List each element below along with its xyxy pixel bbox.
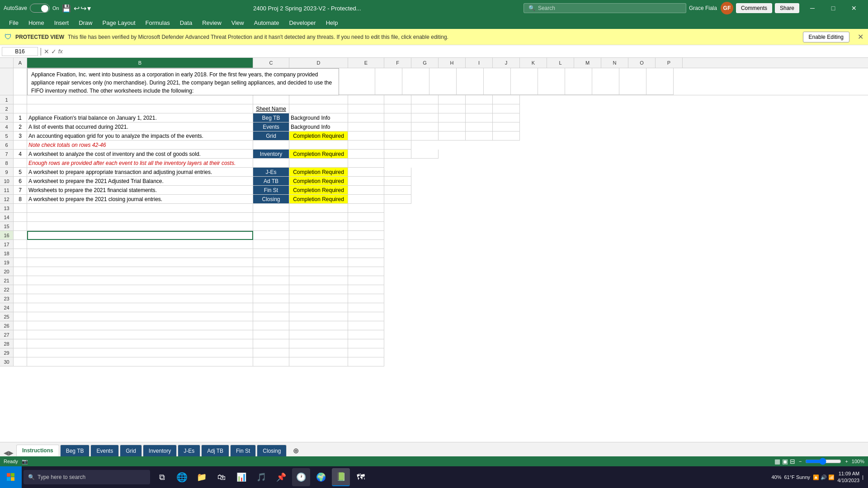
cell-a27[interactable] — [14, 330, 27, 339]
cell-f5[interactable] — [384, 131, 411, 141]
add-sheet-button[interactable]: ⊕ — [288, 445, 304, 456]
cell-d30[interactable] — [289, 357, 348, 366]
cell-c22[interactable] — [253, 285, 289, 294]
cell-a23[interactable] — [14, 294, 27, 303]
zoom-in-icon[interactable]: + — [845, 459, 848, 464]
cell-i3[interactable] — [466, 113, 493, 122]
cell-d9[interactable]: Completion Required — [289, 168, 348, 177]
search-box[interactable]: 🔍 — [524, 3, 686, 13]
insert-function-icon[interactable]: fx — [58, 48, 63, 55]
cell-e8[interactable] — [348, 159, 384, 168]
cell-e27[interactable] — [348, 330, 384, 339]
cell-f12[interactable] — [384, 195, 411, 204]
cell-e16[interactable] — [348, 231, 384, 240]
cell-c10[interactable]: Ad TB — [253, 177, 289, 186]
cell-e30[interactable] — [348, 357, 384, 366]
normal-view-icon[interactable]: ▦ — [774, 458, 780, 465]
cell-e28[interactable] — [348, 339, 384, 348]
taskbar-store[interactable]: 🛍 — [212, 468, 231, 486]
cell-d20[interactable] — [289, 267, 348, 276]
cell-h4[interactable] — [439, 122, 466, 131]
cell-l-header[interactable] — [538, 68, 565, 95]
menu-view[interactable]: View — [227, 18, 249, 28]
col-header-f[interactable]: F — [384, 58, 411, 68]
menu-home[interactable]: Home — [24, 18, 49, 28]
cell-c11[interactable]: Fin St — [253, 186, 289, 195]
cell-d10[interactable]: Completion Required — [289, 177, 348, 186]
cell-d6[interactable] — [289, 141, 348, 150]
cell-a17[interactable] — [14, 240, 27, 249]
cell-a6[interactable] — [14, 141, 27, 150]
cell-e6[interactable] — [348, 141, 384, 150]
cell-d13[interactable] — [289, 204, 348, 213]
menu-developer[interactable]: Developer — [284, 18, 320, 28]
cell-g7[interactable] — [411, 150, 439, 159]
cell-c15[interactable] — [253, 222, 289, 231]
cell-a3[interactable]: 1 — [14, 113, 27, 122]
cell-a20[interactable] — [14, 267, 27, 276]
cell-c23[interactable] — [253, 294, 289, 303]
cell-d17[interactable] — [289, 240, 348, 249]
cell-d28[interactable] — [289, 339, 348, 348]
cell-e11[interactable] — [348, 186, 384, 195]
cell-c9[interactable]: J-Es — [253, 168, 289, 177]
tab-adj-tb[interactable]: Adj TB — [201, 445, 229, 456]
cell-b30[interactable] — [27, 357, 253, 366]
cell-b25[interactable] — [27, 312, 253, 321]
cell-b14[interactable] — [27, 213, 253, 222]
cell-c4[interactable]: Events — [253, 122, 289, 131]
enable-editing-button[interactable]: Enable Editing — [803, 32, 849, 42]
cell-b20[interactable] — [27, 267, 253, 276]
confirm-formula-icon[interactable]: ✓ — [51, 48, 57, 55]
cell-a19[interactable] — [14, 258, 27, 267]
cell-c13[interactable] — [253, 204, 289, 213]
cell-a24[interactable] — [14, 303, 27, 312]
cell-a16[interactable] — [14, 231, 27, 240]
cell-c8[interactable] — [253, 159, 289, 168]
cell-g5[interactable] — [411, 131, 439, 141]
cell-c20[interactable] — [253, 267, 289, 276]
cell-a11[interactable]: 7 — [14, 186, 27, 195]
cell-a8[interactable] — [14, 159, 27, 168]
cell-h3[interactable] — [439, 113, 466, 122]
cell-d18[interactable] — [289, 249, 348, 258]
cell-n-header[interactable] — [592, 68, 619, 95]
cell-j1[interactable] — [493, 95, 520, 104]
cell-e7[interactable] — [348, 150, 384, 159]
menu-help[interactable]: Help — [321, 18, 343, 28]
cell-d1[interactable] — [289, 95, 348, 104]
cell-d14[interactable] — [289, 213, 348, 222]
menu-page-layout[interactable]: Page Layout — [98, 18, 140, 28]
cell-e20[interactable] — [348, 267, 384, 276]
col-header-b[interactable]: B — [27, 58, 253, 68]
cell-a9[interactable]: 5 — [14, 168, 27, 177]
cell-d12[interactable]: Completion Required — [289, 195, 348, 204]
cell-d23[interactable] — [289, 294, 348, 303]
cell-h5[interactable] — [439, 131, 466, 141]
show-desktop-button[interactable]: | — [862, 474, 863, 480]
tab-grid[interactable]: Grid — [120, 445, 142, 456]
cell-e3[interactable] — [348, 113, 384, 122]
col-header-k[interactable]: K — [520, 58, 547, 68]
formula-input[interactable] — [65, 48, 866, 55]
cell-e-header[interactable] — [339, 68, 375, 95]
col-header-h[interactable]: H — [439, 58, 466, 68]
zoom-out-icon[interactable]: − — [799, 459, 802, 464]
cell-g3[interactable] — [411, 113, 439, 122]
cell-e2[interactable] — [348, 104, 384, 113]
start-button[interactable] — [0, 466, 22, 488]
cell-j-header[interactable] — [484, 68, 511, 95]
taskbar-maps[interactable]: 🗺 — [352, 468, 370, 486]
cell-b26[interactable] — [27, 321, 253, 330]
cell-e12[interactable] — [348, 195, 384, 204]
cell-c27[interactable] — [253, 330, 289, 339]
cell-a18[interactable] — [14, 249, 27, 258]
cell-f9[interactable] — [384, 168, 411, 177]
cell-c16[interactable] — [253, 231, 289, 240]
cell-b12[interactable]: A worksheet to prepare the 2021 closing … — [27, 195, 253, 204]
page-layout-view-icon[interactable]: ▣ — [782, 458, 788, 465]
tab-instructions[interactable]: Instructions — [16, 445, 59, 456]
search-input[interactable] — [538, 5, 681, 11]
col-header-j[interactable]: J — [493, 58, 520, 68]
comments-button[interactable]: Comments — [736, 3, 772, 13]
